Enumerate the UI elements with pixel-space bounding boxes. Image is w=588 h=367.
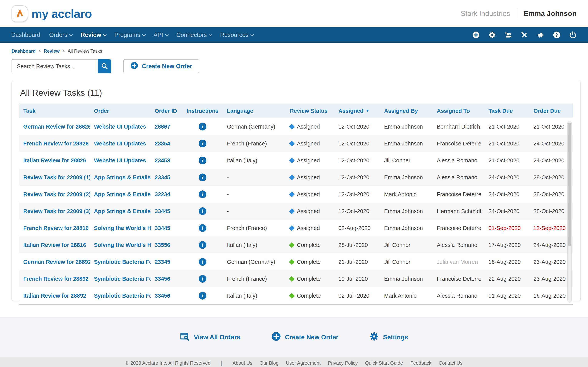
order-link[interactable]: Symbiotic Bacteria Fo…	[94, 259, 151, 265]
order-id-link[interactable]: 23453	[155, 157, 170, 164]
logout-power-icon[interactable]	[569, 31, 577, 39]
info-icon[interactable]: i	[199, 292, 206, 300]
language-cell: German (Germany)	[223, 259, 286, 265]
assigned-to-cell: Francoise Deterre	[433, 191, 485, 198]
task-link[interactable]: Italian Review for 28892	[23, 293, 86, 299]
tools-icon[interactable]	[520, 31, 529, 39]
footer-link-about-us[interactable]: About Us	[232, 360, 252, 366]
order-link[interactable]: Symbiotic Bacteria Fo…	[94, 293, 151, 299]
order-id-link[interactable]: 33456	[155, 293, 170, 299]
task-link[interactable]: Italian Review for 28816	[23, 242, 86, 248]
status-diamond-icon	[289, 124, 295, 130]
info-icon[interactable]: i	[199, 224, 206, 232]
info-icon[interactable]: i	[199, 140, 206, 147]
footer-link-user-agreement[interactable]: User Agreement	[286, 360, 321, 366]
footer-link-feedback[interactable]: Feedback	[410, 360, 431, 366]
add-users-icon[interactable]	[504, 31, 512, 39]
order-link[interactable]: Website UI Updates	[94, 141, 146, 147]
order-link[interactable]: App Strings & Emails	[94, 208, 151, 214]
order-link[interactable]: Website UI Updates	[94, 124, 146, 130]
info-icon[interactable]: i	[199, 207, 206, 215]
task-link[interactable]: German Review for 28892	[23, 259, 90, 265]
announcements-megaphone-icon[interactable]	[537, 31, 545, 39]
search-input[interactable]	[12, 59, 98, 73]
help-icon[interactable]: ?	[553, 31, 561, 39]
main-content: Dashboard>Review>All Review Tasks Create…	[0, 48, 588, 301]
order-id-link[interactable]: 23345	[155, 174, 170, 180]
column-header-assigned[interactable]: Assigned ▼	[335, 108, 380, 114]
breadcrumb-link-review[interactable]: Review	[44, 48, 59, 54]
order-id-link[interactable]: 23354	[155, 141, 170, 147]
task-link[interactable]: French Review for 28826	[23, 141, 89, 147]
assigned-to-cell: Julia van Morren	[433, 259, 485, 265]
task-link[interactable]: Review Task for 22009 (2)	[23, 191, 90, 197]
task-link[interactable]: French Review for 28816	[23, 225, 89, 231]
nav-item-dashboard[interactable]: Dashboard	[11, 32, 40, 38]
info-icon[interactable]: i	[199, 157, 206, 164]
order-id-link[interactable]: 23345	[155, 259, 170, 265]
breadcrumb-link-dashboard[interactable]: Dashboard	[12, 48, 35, 54]
column-header-assigned-by[interactable]: Assigned By	[380, 108, 433, 114]
column-header-order[interactable]: Order	[90, 108, 151, 114]
order-link[interactable]: App Strings & Emails	[94, 174, 151, 180]
footer-link-privacy-policy[interactable]: Privacy Policy	[328, 360, 358, 366]
footer-link-contact-us[interactable]: Contact Us	[439, 360, 463, 366]
order-link[interactable]: Website UI Updates	[94, 157, 146, 164]
task-due-cell: 22-Aug-2020	[485, 276, 530, 282]
add-circle-icon[interactable]	[472, 31, 480, 39]
column-header-assigned-to[interactable]: Assigned To	[433, 108, 485, 114]
order-id-link[interactable]: 33445	[155, 208, 170, 214]
order-link[interactable]: App Strings & Emails	[94, 191, 151, 197]
settings-button[interactable]: Settings	[369, 332, 408, 343]
settings-gear-icon[interactable]	[488, 31, 496, 39]
order-link[interactable]: Symbiotic Bacteria Fo…	[94, 276, 151, 282]
info-icon[interactable]: i	[199, 123, 206, 131]
column-header-order-id[interactable]: Order ID	[151, 108, 182, 114]
order-id-link[interactable]: 32234	[155, 191, 170, 197]
nav-item-programs[interactable]: Programs	[114, 32, 144, 38]
nav-item-resources[interactable]: Resources	[220, 32, 253, 38]
nav-item-connectors[interactable]: Connectors	[176, 32, 211, 38]
search-box	[12, 59, 111, 73]
task-link[interactable]: Italian Review for 28826	[23, 157, 86, 164]
task-link[interactable]: Review Task for 22009 (3)	[23, 208, 90, 214]
nav-item-api[interactable]: API	[154, 32, 167, 38]
task-link[interactable]: Review Task for 22009 (1)	[23, 174, 90, 180]
task-link[interactable]: German Review for 28826	[23, 124, 90, 130]
column-header-review-status[interactable]: Review Status	[286, 108, 335, 114]
column-header-instructions[interactable]: Instructions	[182, 108, 223, 114]
task-due-cell: 21-Oct-2020	[485, 141, 530, 147]
info-icon[interactable]: i	[199, 190, 206, 198]
table-row: Italian Review for 28892 Symbiotic Bacte…	[19, 287, 573, 304]
nav-item-orders[interactable]: Orders	[49, 32, 72, 38]
order-link[interactable]: Solving the World’s H…	[94, 242, 151, 248]
breadcrumb: Dashboard>Review>All Review Tasks	[12, 48, 581, 54]
column-header-task[interactable]: Task	[19, 108, 90, 114]
copyright-text: © 2020 Acclaro Inc. All Rights Reserved	[125, 360, 210, 366]
create-new-order-button-bottom[interactable]: Create New Order	[271, 332, 339, 343]
info-icon[interactable]: i	[199, 258, 206, 266]
info-icon[interactable]: i	[199, 174, 206, 181]
info-icon[interactable]: i	[199, 275, 206, 283]
order-id-link[interactable]: 33456	[155, 276, 170, 282]
create-new-order-button[interactable]: Create New Order	[123, 59, 199, 73]
view-all-orders-button[interactable]: View All Orders	[180, 332, 240, 343]
scrollbar-thumb[interactable]	[568, 123, 571, 246]
column-header-language[interactable]: Language	[223, 108, 286, 114]
info-icon[interactable]: i	[199, 241, 206, 249]
logo[interactable]: my acclaro	[12, 5, 92, 22]
order-id-link[interactable]: 33445	[155, 225, 170, 231]
task-link[interactable]: French Review for 28892	[23, 276, 89, 282]
footer-link-quick-start-guide[interactable]: Quick Start Guide	[365, 360, 403, 366]
nav-item-review[interactable]: Review	[81, 32, 106, 38]
order-id-link[interactable]: 28867	[155, 124, 170, 130]
user-name[interactable]: Emma Johnson	[524, 10, 577, 18]
table-scrollbar[interactable]	[567, 121, 572, 303]
order-id-link[interactable]: 33556	[155, 242, 170, 248]
review-status-cell: Assigned	[286, 141, 335, 147]
column-header-order-due[interactable]: Order Due	[530, 108, 568, 114]
search-button[interactable]	[98, 59, 111, 73]
order-link[interactable]: Solving the World’s H…	[94, 225, 151, 231]
column-header-task-due[interactable]: Task Due	[485, 108, 530, 114]
footer-link-our-blog[interactable]: Our Blog	[260, 360, 279, 366]
